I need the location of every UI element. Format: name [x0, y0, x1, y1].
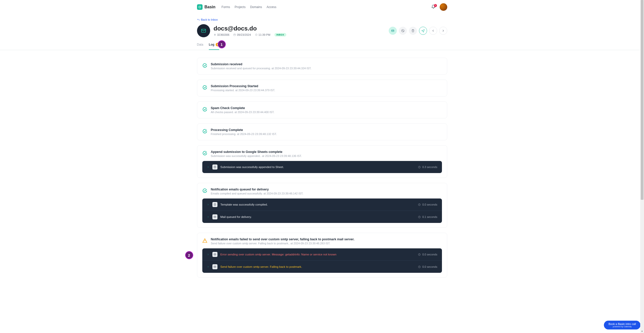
back-arrow-icon — [197, 18, 200, 21]
row-type-icon — [212, 252, 217, 257]
logo-icon — [197, 4, 203, 10]
row-duration: 0.3 seconds — [418, 165, 437, 169]
log-card: Spam Check CompleteAll checks passed. at… — [197, 102, 447, 118]
check-icon — [202, 85, 207, 91]
hash-icon — [214, 34, 216, 36]
block-icon — [401, 29, 405, 32]
row-text: Error sending over custom smtp server. M… — [220, 253, 337, 256]
row-text: Template was successfully compiled. — [220, 203, 268, 206]
log-desc: Emails compiled and queued successfully.… — [211, 192, 303, 195]
tab-data[interactable]: Data — [197, 43, 203, 50]
submission-date: 09/23/2024 — [233, 33, 251, 36]
log-desc: Send failure over custom smtp server. Fa… — [211, 242, 355, 245]
prev-button[interactable] — [429, 27, 437, 35]
row-text: Submission was successfully appended to … — [220, 165, 284, 169]
log-title: Processing Complete — [211, 128, 277, 132]
scrollbar-thumb[interactable] — [641, 0, 643, 200]
avatar[interactable] — [440, 3, 447, 11]
check-icon — [202, 129, 207, 135]
notif-badge: 5 — [434, 4, 437, 7]
log-card: Notification emails queued for deliveryE… — [197, 183, 447, 228]
check-icon — [202, 188, 207, 194]
log-desc: All checks passed. at 2024-09-23 23:39:4… — [211, 111, 274, 114]
log-card: Append submission to Google Sheets compl… — [197, 145, 447, 178]
row-type-icon — [212, 202, 217, 207]
submission-header: docs@docs.do 32360306 09/23/2024 11:39 P… — [197, 24, 447, 37]
send-icon — [421, 29, 425, 32]
arrow-left-icon — [431, 29, 435, 32]
log-desc: Processing started. at 2024-09-23 23:39:… — [211, 89, 275, 92]
nav-domains[interactable]: Domains — [250, 5, 262, 9]
log-title: Append submission to Google Sheets compl… — [211, 150, 302, 154]
check-icon — [202, 63, 207, 69]
row-text: Send failure over custom smtp server. Fa… — [220, 265, 302, 268]
log-card: Processing CompleteFinished processing. … — [197, 123, 447, 140]
notifications-button[interactable]: 5 — [431, 5, 436, 10]
tabs: Data Log 1 1 — [197, 43, 447, 50]
back-to-inbox-link[interactable]: Back to Inbox — [197, 14, 218, 24]
log-desc: Submission received and queued for proce… — [211, 67, 312, 70]
log-detail-panel: Submission was successfully appended to … — [202, 161, 442, 173]
trash-icon — [411, 29, 415, 32]
submission-time: 11:39 PM — [255, 33, 270, 36]
row-type-icon — [212, 264, 217, 269]
submission-id: 32360306 — [214, 33, 230, 36]
log-desc: Submission was successfully appended.. a… — [211, 154, 302, 157]
clock-icon — [255, 34, 258, 36]
log-title: Notification emails failed to send over … — [211, 238, 355, 241]
log-detail-row[interactable]: Template was successfully compiled.0.0 s… — [202, 198, 442, 211]
log-desc: Finished processing. at 2024-09-23 23:39… — [211, 132, 277, 136]
row-duration: 0.0 seconds — [418, 265, 437, 268]
row-duration: 0.1 seconds — [418, 215, 437, 218]
log-detail-panel: Error sending over custom smtp server. M… — [202, 248, 442, 273]
log-detail-row[interactable]: Mail queued for delivery.0.1 seconds — [202, 211, 442, 223]
svg-rect-0 — [199, 6, 201, 8]
log-detail-panel: Template was successfully compiled.0.0 s… — [202, 198, 442, 223]
delete-button[interactable] — [409, 27, 417, 35]
row-type-icon — [212, 164, 217, 170]
mail-avatar — [197, 24, 210, 37]
row-duration: 0.0 seconds — [418, 253, 437, 256]
log-title: Submission received — [211, 62, 312, 66]
mail-icon — [201, 28, 206, 34]
annotation-1: 1 — [218, 40, 226, 48]
log-card: Submission receivedSubmission received a… — [197, 58, 447, 75]
nav-projects[interactable]: Projects — [235, 5, 245, 9]
log-card: Notification emails failed to send over … — [197, 233, 447, 278]
check-icon — [202, 107, 207, 113]
log-title: Spam Check Complete — [211, 106, 274, 110]
row-text: Mail queued for delivery. — [220, 215, 252, 218]
page-title: docs@docs.do — [214, 25, 286, 32]
calendar-icon — [233, 34, 236, 36]
row-type-icon — [212, 214, 217, 219]
log-detail-row[interactable]: Submission was successfully appended to … — [202, 161, 442, 173]
arrow-right-icon — [441, 29, 445, 32]
check-icon — [202, 151, 207, 156]
spam-button[interactable] — [399, 27, 407, 35]
svg-rect-2 — [234, 34, 236, 36]
nav-access[interactable]: Access — [267, 5, 276, 9]
warning-icon — [202, 238, 207, 244]
brand-text: Basin — [205, 5, 216, 9]
back-link-text: Back to Inbox — [201, 18, 218, 21]
topbar: Basin Forms Projects Domains Access 5 — [191, 0, 453, 14]
status-badge: INBOX — [274, 33, 286, 37]
log-title: Notification emails queued for delivery — [211, 188, 303, 191]
log-detail-row[interactable]: Send failure over custom smtp server. Fa… — [202, 260, 442, 273]
log-card: Submission Processing StartedProcessing … — [197, 80, 447, 96]
log-detail-row[interactable]: Error sending over custom smtp server. M… — [202, 248, 442, 260]
mail-open-icon — [391, 29, 395, 32]
log-title: Submission Processing Started — [211, 84, 275, 88]
scrollbar[interactable]: ▴ ▾ — [640, 0, 644, 298]
log-area: Submission receivedSubmission received a… — [191, 50, 453, 298]
next-button[interactable] — [439, 27, 447, 35]
nav-forms[interactable]: Forms — [221, 5, 230, 9]
mark-read-button[interactable] — [389, 27, 397, 35]
annotation-2: 2 — [185, 251, 193, 259]
row-duration: 0.0 seconds — [418, 203, 437, 206]
resend-button[interactable] — [419, 27, 427, 35]
logo[interactable]: Basin — [197, 4, 216, 10]
